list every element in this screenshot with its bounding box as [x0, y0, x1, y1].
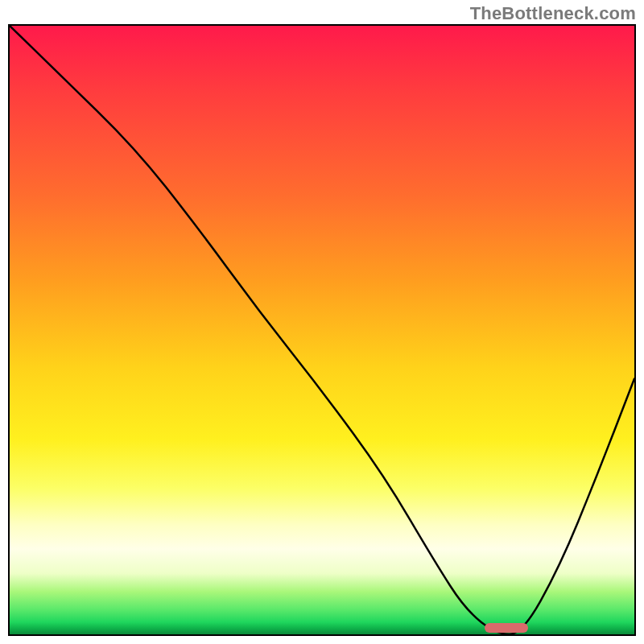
bottleneck-curve-path — [10, 26, 634, 634]
optimum-marker — [485, 623, 528, 633]
plot-area — [8, 24, 636, 636]
bottleneck-curve-svg — [10, 26, 634, 634]
attribution-text: TheBottleneck.com — [470, 3, 636, 24]
chart-frame: TheBottleneck.com — [0, 0, 644, 644]
